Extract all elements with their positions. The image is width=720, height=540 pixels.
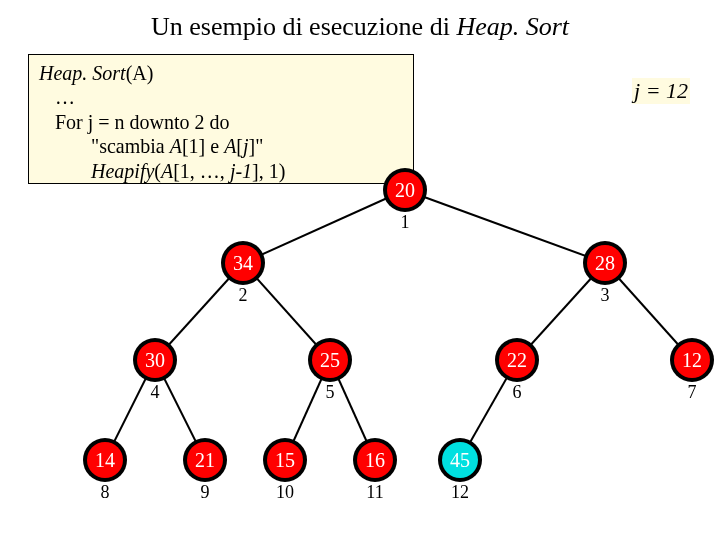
node-1-value: 20	[395, 179, 415, 201]
node-9-value: 21	[195, 449, 215, 471]
node-1: 20 1	[383, 168, 427, 232]
page-title: Un esempio di esecuzione di Heap. Sort	[0, 0, 720, 42]
node-5-index: 5	[326, 382, 335, 402]
node-10-index: 10	[276, 482, 294, 502]
node-8-value: 14	[95, 449, 115, 471]
node-2-value: 34	[233, 252, 253, 274]
edge-1-2	[243, 190, 405, 263]
node-6-index: 6	[513, 382, 522, 402]
node-9: 21 9	[183, 438, 227, 502]
node-8: 14 8	[83, 438, 127, 502]
j-value-label: j = 12	[632, 78, 690, 104]
code-line-3: For j = n downto 2 do	[39, 110, 403, 134]
node-11-index: 11	[366, 482, 383, 502]
node-8-index: 8	[101, 482, 110, 502]
node-11: 16 11	[353, 438, 397, 502]
node-7: 12 7	[670, 338, 714, 402]
node-7-index: 7	[688, 382, 697, 402]
node-11-value: 16	[365, 449, 385, 471]
node-1-index: 1	[401, 212, 410, 232]
node-12: 45 12	[438, 438, 482, 502]
node-12-index: 12	[451, 482, 469, 502]
node-3-value: 28	[595, 252, 615, 274]
node-6-value: 22	[507, 349, 527, 371]
node-10-value: 15	[275, 449, 295, 471]
node-7-value: 12	[682, 349, 702, 371]
code-line-2: …	[39, 85, 403, 109]
edge-1-3	[405, 190, 605, 263]
title-italic: Heap. Sort	[456, 12, 569, 41]
node-12-value: 45	[450, 449, 470, 471]
node-4-value: 30	[145, 349, 165, 371]
node-3-index: 3	[601, 285, 610, 305]
node-5-value: 25	[320, 349, 340, 371]
code-line-1: Heap. Sort(A)	[39, 61, 403, 85]
node-6: 22 6	[495, 338, 539, 402]
node-2-index: 2	[239, 285, 248, 305]
heap-tree: 20 1 34 2 28 3 30 4 25 5 22 6 12 7 14 8	[0, 150, 720, 540]
title-prefix: Un esempio di esecuzione di	[151, 12, 456, 41]
node-2: 34 2	[221, 241, 265, 305]
node-10: 15 10	[263, 438, 307, 502]
node-3: 28 3	[583, 241, 627, 305]
node-4-index: 4	[151, 382, 160, 402]
node-9-index: 9	[201, 482, 210, 502]
